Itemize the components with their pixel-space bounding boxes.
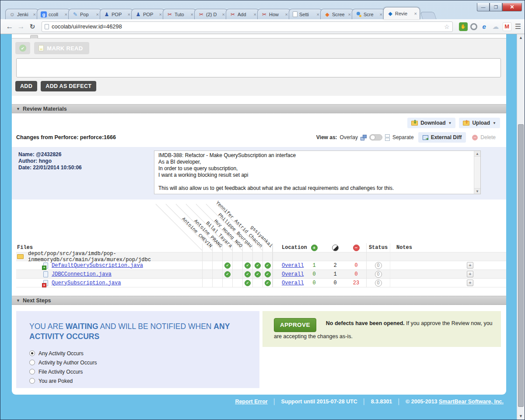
tab-label: Revie	[395, 11, 413, 16]
browser-tab-pop[interactable]: ✎Pop×	[68, 9, 102, 19]
page-viewport: ✔ MARK READ ADD ADD AS DEFECT ▼ Review M…	[0, 34, 525, 420]
count-value: 1	[333, 271, 336, 277]
jenkins-favicon: ☺	[9, 11, 15, 18]
scroll-up-icon[interactable]: ▲	[474, 151, 480, 157]
add-note-button[interactable]: +	[467, 271, 473, 277]
radio-option-activity-by-author-occurs[interactable]: Activity by Author Occurs	[29, 360, 259, 366]
radio-option-any-activity-occurs[interactable]: Any Activity Occurs	[29, 350, 259, 357]
tab-label: Setti	[299, 12, 316, 17]
tab-close-icon[interactable]: ×	[348, 12, 351, 17]
file-link[interactable]: QuerySubscription.java	[52, 280, 121, 286]
ie-extension-icon[interactable]: e	[480, 22, 489, 31]
radio-option-file-activity-occurs[interactable]: File Activity Occurs	[29, 369, 259, 375]
radio-button[interactable]	[29, 350, 35, 356]
scrollbar-thumb[interactable]	[518, 124, 524, 407]
waiting-heading: YOU ARE WAITING AND WILL BE NOTIFIED WHE…	[29, 322, 231, 342]
overall-location-link[interactable]: Overall	[282, 271, 304, 277]
delete-button[interactable]: − Delete	[468, 132, 500, 143]
review-materials-header[interactable]: ▼ Review Materials	[12, 104, 506, 113]
overall-location-link[interactable]: Overall	[282, 280, 304, 286]
tab-close-icon[interactable]: ×	[159, 12, 162, 17]
download-button[interactable]: ⇩ Download ▼	[407, 118, 455, 128]
radio-button[interactable]	[29, 360, 35, 365]
tab-strip: ☺Jenki×gccoll×✎Pop×♟POP×♟POP×✂Tuto×✂(2) …	[5, 7, 435, 19]
browser-window: — ❐ ✕ ☺Jenki×gccoll×✎Pop×♟POP×♟POP×✂Tuto…	[0, 0, 525, 420]
tab-close-icon[interactable]: ×	[414, 11, 417, 16]
mark-read-button[interactable]: MARK READ	[34, 42, 89, 54]
separate-icon[interactable]	[385, 134, 390, 141]
tab-close-icon[interactable]: ×	[128, 12, 130, 17]
scroll-up-icon[interactable]: ▲	[517, 34, 525, 41]
tab-close-icon[interactable]: ×	[317, 12, 319, 17]
cloud-extension-icon[interactable]: ☁	[491, 22, 500, 31]
home-link[interactable]: Home	[18, 394, 32, 395]
browser-tab-pop[interactable]: ♟POP×	[100, 9, 133, 19]
scroll-down-icon[interactable]: ▼	[474, 188, 480, 194]
page-scrollbar[interactable]: ▲ ▼	[517, 34, 525, 420]
tab-close-icon[interactable]: ×	[96, 12, 99, 17]
browser-tab-jenki[interactable]: ☺Jenki×	[5, 9, 39, 19]
next-review-link[interactable]: Next Review	[52, 394, 81, 395]
browser-tab-scre[interactable]: Scre×	[352, 9, 385, 19]
tab-close-icon[interactable]: ×	[65, 12, 67, 17]
radio-button[interactable]	[29, 378, 35, 384]
count-value: 0	[333, 280, 336, 286]
browser-tab-scree[interactable]: ◆Scree×	[320, 9, 354, 19]
commit-message-box[interactable]: IMDB-388: Refactor - Make QuerySubscript…	[154, 150, 481, 194]
close-button[interactable]: ✕	[502, 3, 522, 11]
bookmark-star-icon[interactable]: ☆	[444, 23, 450, 30]
gmail-extension-icon[interactable]: M	[503, 22, 511, 31]
count-value: 0	[354, 271, 357, 277]
tab-close-icon[interactable]: ×	[191, 12, 193, 17]
report-error-link[interactable]: Report Error	[235, 399, 267, 405]
changelist-date: Date: 22/01/2014 10:50:06	[18, 164, 154, 171]
chrome-menu-icon[interactable]: ☰	[515, 22, 521, 31]
browser-tab-revie[interactable]: ◆Revie×	[383, 7, 420, 19]
tab-close-icon[interactable]: ×	[254, 12, 256, 17]
add-as-defect-button[interactable]: ADD AS DEFECT	[41, 81, 96, 91]
view-mode-toggle[interactable]	[369, 134, 382, 140]
back-button[interactable]: ←	[4, 22, 15, 31]
add-note-button[interactable]: +	[467, 262, 473, 269]
minimize-button[interactable]: —	[477, 3, 490, 11]
file-link[interactable]: JDBCConnection.java	[52, 271, 112, 277]
tab-close-icon[interactable]: ×	[222, 12, 225, 17]
browser-tab-ccoll[interactable]: gccoll×	[37, 9, 70, 19]
commit-message-scrollbar[interactable]: ▲ ▼	[474, 151, 480, 194]
smartbear-link[interactable]: SmartBear Software, Inc.	[439, 399, 504, 405]
mark-read-check-button[interactable]: ✔	[15, 42, 30, 54]
tab-close-icon[interactable]: ×	[33, 12, 36, 17]
browser-tab-pop[interactable]: ♟POP×	[131, 9, 165, 19]
comment-input[interactable]	[16, 58, 501, 77]
browser-tab-tuto[interactable]: ✂Tuto×	[163, 9, 196, 19]
gray-circle-extension-icon[interactable]	[470, 23, 477, 30]
download-folder-icon: ⇩	[411, 121, 418, 126]
scroll-down-icon[interactable]: ▼	[517, 413, 525, 420]
add-note-button[interactable]: +	[467, 280, 473, 286]
browser-tab-how[interactable]: ✂How×	[257, 9, 291, 19]
adblock-extension-icon[interactable]: ✋	[459, 22, 468, 31]
file-link[interactable]: DefaultQuerySubscription.java	[52, 262, 143, 269]
upload-button[interactable]: ⇧ Upload ▼	[459, 118, 500, 128]
tab-close-icon[interactable]: ×	[380, 12, 382, 17]
overlay-icon[interactable]	[360, 135, 367, 140]
forward-button[interactable]: →	[15, 22, 27, 31]
browser-tab-add[interactable]: ✂Add×	[226, 9, 259, 19]
overall-location-link[interactable]: Overall	[282, 262, 304, 269]
reload-button[interactable]: ↻	[27, 23, 38, 31]
approve-button[interactable]: APPROVE	[274, 318, 316, 332]
radio-button[interactable]	[29, 369, 35, 374]
url-text[interactable]: cocolab/ui#review:id=46298	[52, 23, 444, 30]
scrolled-content-remnant	[12, 34, 506, 38]
external-diff-button[interactable]: External Diff	[418, 132, 466, 143]
tab-close-icon[interactable]: ×	[285, 12, 288, 17]
maximize-button[interactable]: ❐	[490, 3, 502, 11]
next-steps-header[interactable]: ▼ Next Steps	[12, 296, 506, 305]
url-bar[interactable]: cocolab/ui#review:id=46298 ☆	[42, 21, 453, 32]
add-button[interactable]: ADD	[15, 81, 37, 91]
browser-tab-setti[interactable]: Setti×	[289, 9, 322, 19]
scissors-favicon: ✂	[167, 11, 173, 18]
browser-tab--2-d[interactable]: ✂(2) D×	[194, 9, 228, 19]
new-tab-button[interactable]	[420, 12, 437, 19]
radio-option-you-are-poked[interactable]: You are Poked	[29, 378, 259, 384]
